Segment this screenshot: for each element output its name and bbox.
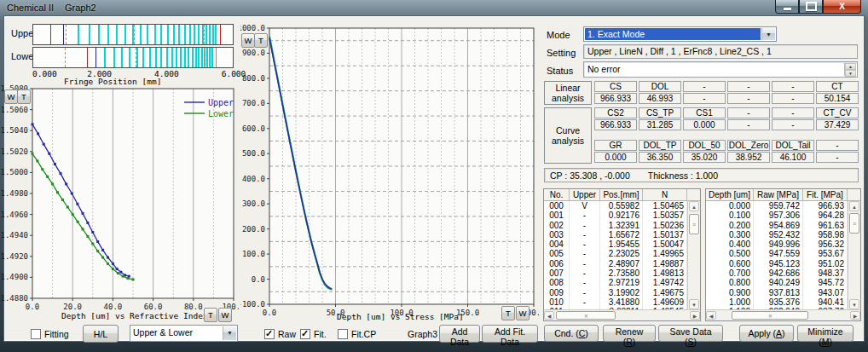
chart1-t2-button[interactable]: T	[204, 308, 217, 322]
chart1-w2-button[interactable]: W	[218, 308, 232, 322]
table-row[interactable]: 1.000935.376940.41	[706, 297, 848, 307]
table-row[interactable]: 008-2.972191.49742	[544, 278, 687, 287]
fit-checkbox[interactable]: Fit.	[300, 329, 327, 339]
table-row[interactable]: 002-1.323911.50236	[544, 221, 687, 230]
vscroll-thumb[interactable]: ≡	[689, 214, 699, 234]
minimize-button[interactable]: Minimize (M)	[797, 325, 854, 342]
spin-down-icon[interactable]: ▼	[845, 70, 856, 77]
svg-text:-100.0: -100.0	[240, 300, 265, 309]
svg-text:1.4940: 1.4940	[0, 231, 28, 239]
fringe-table-body[interactable]: 000V0.559821.50465001-0.921761.50357002-…	[544, 201, 687, 309]
table-row[interactable]: 0.200954.869961.63	[706, 221, 848, 230]
analysis-cell: CT	[816, 81, 859, 92]
table-row[interactable]: 005-2.230251.49965	[544, 249, 687, 258]
chart2-w2-button[interactable]: W	[516, 306, 529, 320]
table-row[interactable]: 004-1.954551.50047	[544, 239, 687, 249]
fringe-table-header: No.UpperPos.[mm]N	[544, 189, 700, 201]
svg-text:100.0: 100.0	[242, 250, 265, 258]
add-fit-data-button[interactable]: Add Fit. Data	[482, 325, 538, 343]
stress-table-body[interactable]: 0.000959.742966.930.100957.306964.280.20…	[706, 201, 848, 309]
column-header[interactable]: Fit. [MPa]	[803, 189, 848, 200]
table-row[interactable]: 009-3.199021.49675	[544, 288, 687, 297]
table-row[interactable]: 0.000959.742966.93	[706, 201, 848, 211]
fringe-line	[65, 48, 66, 67]
mode-dropdown[interactable]: 1. Exact Mode ▼	[583, 26, 777, 42]
table-row[interactable]: 001-0.921761.50357	[544, 211, 687, 220]
column-header[interactable]: Upper	[570, 189, 600, 200]
apply-button[interactable]: Apply (A)	[739, 325, 794, 342]
fringe-line	[167, 25, 169, 44]
fringe-line	[136, 48, 136, 67]
renew-button[interactable]: Renew (R)	[603, 325, 656, 342]
analysis-cell: -	[727, 81, 770, 92]
table-row[interactable]: 000V0.559821.50465	[544, 201, 687, 211]
raw-checkbox-box[interactable]	[264, 329, 275, 339]
table-row[interactable]: 0.500947.559953.67	[706, 249, 848, 258]
scroll-down-icon[interactable]: ▼	[689, 299, 699, 309]
fringe-line	[107, 25, 109, 44]
analysis-cell: 37.429	[816, 119, 859, 130]
chart1-t-button[interactable]: T	[17, 89, 31, 104]
table-row[interactable]: 0.300952.432958.98	[706, 230, 848, 239]
fringe-line	[104, 48, 106, 67]
fit-checkbox-box[interactable]	[300, 329, 310, 339]
chevron-down-icon[interactable]: ▼	[761, 28, 775, 40]
table-row[interactable]: 0.900937.813943.07	[706, 288, 848, 297]
scroll-right-icon[interactable]: ▶	[690, 311, 700, 320]
hscroll-thumb[interactable]: ≡	[556, 311, 616, 320]
add-data-button[interactable]: Add Data	[439, 325, 480, 343]
fringe-line	[205, 48, 205, 67]
fringe-table-hscrollbar[interactable]: ◀ ≡ ▶	[544, 309, 700, 320]
scroll-up-icon[interactable]: ▲	[849, 201, 859, 211]
status-spinner[interactable]: ▲▼	[844, 63, 856, 76]
table-row[interactable]: 006-2.489071.49887	[544, 259, 687, 268]
fitting-checkbox-box[interactable]	[31, 329, 41, 339]
column-header[interactable]: N	[643, 189, 687, 200]
stress-table-vscrollbar[interactable]: ▲ ≡ ▼	[848, 201, 860, 309]
chart2-t-button[interactable]: T	[254, 33, 268, 48]
fitcp-checkbox-box[interactable]	[338, 329, 348, 339]
table-row[interactable]: 0.800940.249945.72	[706, 278, 848, 287]
column-header[interactable]: Depth [um]	[706, 189, 754, 200]
svg-text:1000.0: 1000.0	[240, 24, 265, 32]
fitting-checkbox[interactable]: Fitting	[31, 329, 69, 339]
table-row[interactable]: 007-2.735801.49813	[544, 268, 687, 278]
fitcp-checkbox[interactable]: Fit.CP	[338, 329, 376, 339]
hscroll-thumb[interactable]: ≡	[732, 311, 808, 320]
spin-up-icon[interactable]: ▲	[845, 63, 856, 70]
fit-checkbox-label: Fit.	[314, 329, 327, 339]
chart1-w-button[interactable]: W	[4, 89, 18, 104]
hl-button[interactable]: H/L	[83, 325, 119, 343]
chart2-w-button[interactable]: W	[241, 33, 255, 48]
series-select-dropdown[interactable]: Upper & Lower ▼	[130, 325, 238, 342]
analysis-cell: -	[772, 93, 814, 104]
scroll-left-icon[interactable]: ◀	[544, 311, 554, 320]
scroll-down-icon[interactable]: ▼	[849, 299, 859, 309]
table-row[interactable]: 0.400949.996956.32	[706, 239, 848, 249]
raw-checkbox[interactable]: Raw	[264, 329, 296, 339]
scroll-left-icon[interactable]: ◀	[706, 311, 716, 320]
column-header[interactable]: No.	[544, 189, 570, 200]
fringe-line	[124, 25, 126, 44]
chart2-t2-button[interactable]: T	[501, 306, 515, 320]
svg-text:800.0: 800.0	[242, 74, 265, 83]
scroll-up-icon[interactable]: ▲	[689, 201, 699, 211]
table-row[interactable]: 010-3.418801.49609	[544, 297, 687, 307]
table-row[interactable]: 0.600945.123951.02	[706, 259, 848, 268]
vscroll-thumb[interactable]: ≡	[849, 213, 859, 234]
cnd-button[interactable]: Cnd. (C)	[544, 325, 599, 342]
fitting-checkbox-label: Fitting	[44, 329, 69, 339]
fringe-line	[184, 25, 186, 44]
table-row[interactable]: 003-1.656721.50137	[544, 230, 687, 239]
svg-text:1.4920: 1.4920	[0, 252, 28, 261]
table-row[interactable]: 0.700942.686948.37	[706, 268, 848, 278]
stress-table-hscrollbar[interactable]: ◀ ≡ ▶	[706, 309, 860, 320]
table-row[interactable]: 0.100957.306964.28	[706, 211, 848, 220]
chevron-down-icon[interactable]: ▼	[223, 326, 236, 340]
scroll-right-icon[interactable]: ▶	[850, 311, 860, 320]
column-header[interactable]: Pos.[mm]	[600, 189, 643, 200]
save-data-button[interactable]: Save Data (S)	[658, 325, 723, 342]
fringe-line	[78, 25, 79, 44]
fringe-table-vscrollbar[interactable]: ▲ ≡ ▼	[687, 201, 700, 309]
column-header[interactable]: Raw [MPa]	[754, 189, 803, 200]
